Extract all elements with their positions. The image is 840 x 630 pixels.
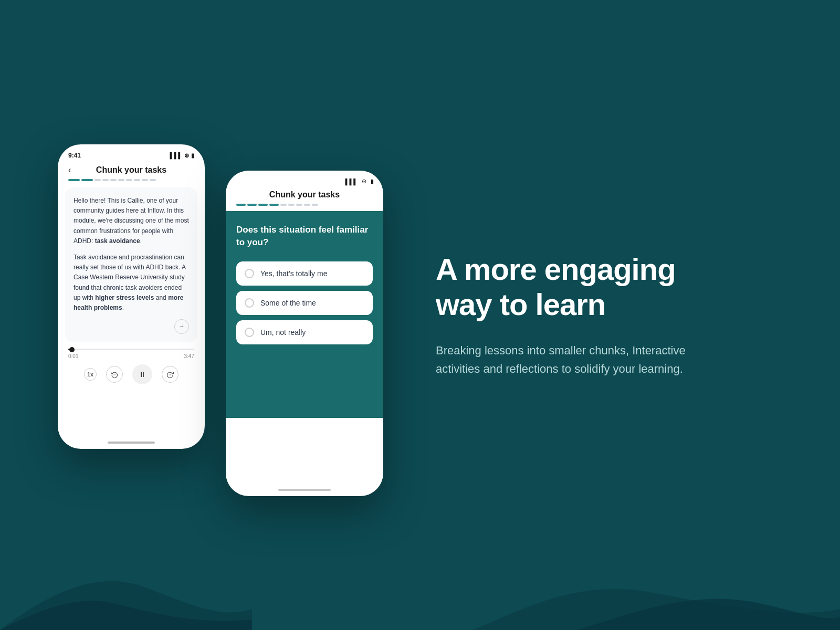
wifi-icon: ⊛ — [184, 152, 189, 159]
phone2-progress-bar — [226, 204, 383, 206]
progress-dot-7 — [126, 179, 132, 181]
quiz-option-3[interactable]: Um, not really — [236, 320, 373, 344]
phone1-audio-section: 0:01 3:47 1x 10 ⏸ — [58, 342, 205, 388]
quiz-option-2-label: Some of the time — [260, 299, 316, 307]
main-heading: A more engaging way to learn — [436, 252, 698, 322]
phone2-signal-icon: ▌▌▌ — [345, 178, 358, 185]
phone1-header: ‹ Chunk your tasks — [58, 162, 205, 179]
phone2-bottom-area — [226, 365, 383, 418]
radio-1 — [245, 269, 254, 278]
progress-dot-1 — [68, 179, 80, 181]
progress-dot-8 — [134, 179, 140, 181]
p2-dot-6 — [288, 204, 295, 206]
quiz-option-1[interactable]: Yes, that's totally me — [236, 261, 373, 286]
svg-text:10: 10 — [169, 373, 172, 376]
quiz-question: Does this situation feel familiar to you… — [236, 224, 373, 249]
main-description: Breaking lessons into smaller chunks, In… — [436, 341, 698, 378]
p2-dot-4 — [269, 204, 279, 206]
pause-button[interactable]: ⏸ — [132, 364, 152, 384]
phone2-wifi-icon: ⊛ — [362, 178, 366, 185]
signal-icon: ▌▌▌ — [170, 152, 182, 159]
phone2-quiz-content: Does this situation feel familiar to you… — [226, 211, 383, 365]
progress-dot-6 — [118, 179, 124, 181]
progress-dot-5 — [110, 179, 117, 181]
progress-dot-10 — [150, 179, 156, 181]
back-button[interactable]: ‹ — [68, 165, 71, 175]
quiz-question-text: Does this situation feel familiar to you… — [236, 225, 368, 247]
phone1-content-card: Hello there! This is Callie, one of your… — [65, 187, 197, 342]
quiz-option-2[interactable]: Some of the time — [236, 291, 373, 315]
p2-dot-7 — [296, 204, 302, 206]
p2-dot-3 — [258, 204, 268, 206]
phone1-title: Chunk your tasks — [96, 165, 166, 175]
audio-times: 0:01 3:47 — [68, 353, 194, 359]
main-container: 9:41 ▌▌▌ ⊛ ▮ ‹ Chunk your tasks — [0, 0, 840, 630]
phone2-status-bar: ▌▌▌ ⊛ ▮ — [226, 171, 383, 188]
phone2-title: Chunk your tasks — [269, 190, 340, 199]
speed-button[interactable]: 1x — [84, 368, 97, 381]
p2-dot-5 — [280, 204, 287, 206]
phone1-next-button[interactable]: → — [74, 319, 189, 334]
quiz-option-1-label: Yes, that's totally me — [260, 269, 327, 278]
phone2-home-indicator — [278, 489, 331, 491]
arrow-circle: → — [174, 319, 189, 334]
phone1-time: 9:41 — [68, 152, 81, 159]
rewind-button[interactable]: 10 — [106, 366, 123, 383]
progress-dot-9 — [142, 179, 148, 181]
quiz-option-3-label: Um, not really — [260, 328, 306, 337]
radio-2 — [245, 298, 254, 308]
heading-line2: way to learn — [436, 287, 605, 321]
phone1-paragraph-2: Task avoidance and procrastination can r… — [74, 253, 189, 313]
progress-dot-3 — [94, 179, 101, 181]
phone1-home-indicator — [108, 442, 155, 444]
audio-time-start: 0:01 — [68, 353, 78, 359]
audio-time-end: 3:47 — [184, 353, 194, 359]
phone2-header: Chunk your tasks — [226, 188, 383, 204]
battery-icon: ▮ — [191, 152, 194, 159]
phone1-status-icons: ▌▌▌ ⊛ ▮ — [170, 152, 194, 159]
progress-dot-4 — [102, 179, 109, 181]
svg-text:10: 10 — [113, 373, 116, 376]
audio-controls: 1x 10 ⏸ — [68, 364, 194, 384]
audio-progress-track[interactable] — [68, 349, 194, 350]
phone2-battery-icon: ▮ — [371, 178, 374, 185]
phone1-status-bar: 9:41 ▌▌▌ ⊛ ▮ — [58, 144, 205, 162]
progress-dot-2 — [81, 179, 93, 181]
phone-2: ▌▌▌ ⊛ ▮ Chunk your tasks — [226, 171, 383, 496]
p2-dot-8 — [304, 204, 310, 206]
p2-dot-9 — [312, 204, 318, 206]
phone1-paragraph-1: Hello there! This is Callie, one of your… — [74, 196, 189, 246]
phone-1: 9:41 ▌▌▌ ⊛ ▮ ‹ Chunk your tasks — [58, 144, 205, 449]
heading-line1: A more engaging — [436, 252, 676, 286]
forward-button[interactable]: 10 — [162, 366, 178, 383]
text-section: A more engaging way to learn Breaking le… — [383, 252, 698, 378]
audio-scrubber[interactable] — [69, 347, 75, 352]
phones-section: 9:41 ▌▌▌ ⊛ ▮ ‹ Chunk your tasks — [42, 118, 383, 512]
phone1-progress-bar — [58, 179, 205, 187]
p2-dot-2 — [247, 204, 257, 206]
pause-icon: ⏸ — [139, 370, 146, 379]
p2-dot-1 — [236, 204, 246, 206]
radio-3 — [245, 328, 254, 337]
